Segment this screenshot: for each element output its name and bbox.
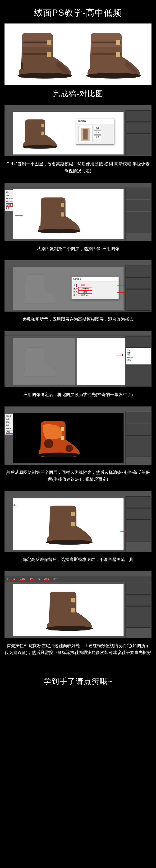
- svg-rect-11: [61, 203, 64, 207]
- svg-rect-8: [41, 132, 44, 135]
- svg-rect-23: [71, 608, 75, 613]
- step-6-caption: 确定高反差保留后，选择高斯模糊图层，用混合器画笔工具: [0, 552, 156, 571]
- step-5-caption: 然后从原图复制第三个图层，同样选为线性光，然后选择滤镜-其他-高反差保留(半径值…: [0, 465, 156, 491]
- opt-mix[interactable]: 10%: [43, 577, 50, 581]
- svg-rect-12: [61, 212, 64, 216]
- opt-size[interactable]: 40: [11, 577, 16, 581]
- svg-point-16: [44, 439, 53, 448]
- step-1-screenshot: 高斯模糊 确定 取消 预览: [4, 105, 152, 156]
- svg-point-0: [18, 73, 72, 79]
- svg-rect-2: [47, 52, 52, 57]
- svg-rect-7: [41, 124, 44, 127]
- svg-rect-1: [47, 40, 52, 45]
- svg-rect-4: [116, 40, 120, 45]
- svg-rect-15: [61, 436, 64, 440]
- brush-icon: ●: [7, 578, 8, 580]
- gaussian-blur-dialog: 高斯模糊 确定 取消 预览: [76, 119, 114, 145]
- opt-wet[interactable]: 12%: [19, 577, 26, 581]
- step-7-screenshot: ● 40 12% 0% 湿 10% 混合: [4, 571, 152, 638]
- svg-point-21: [46, 626, 93, 631]
- step-3-screenshot: 应用图像 源: 图层 图层: 高斯模糊 混合: 减去 缩放: 2 补偿: 128: [4, 260, 152, 312]
- step-5-screenshot: 滤镜库液化模糊 锐化像素化 其他: [4, 406, 152, 465]
- svg-rect-5: [116, 52, 120, 57]
- svg-rect-22: [71, 598, 75, 602]
- cancel-button[interactable]: 取消: [94, 130, 101, 134]
- preview-button[interactable]: 预览: [94, 135, 101, 139]
- comparison-image: [4, 24, 152, 85]
- step-4-screenshot: 正常溶解变暗线性光亮光: [4, 331, 152, 387]
- svg-rect-14: [61, 427, 64, 431]
- step-1-caption: Ctrl+J复制一个图层，改名高斯模糊，然后使用滤镜-模糊-高斯模糊 半径像素5…: [0, 156, 156, 183]
- svg-point-3: [86, 73, 141, 79]
- step-7-caption: 首先按住Alt键鼠标左键点选鞋面较好处，上述红框数值视情况而定(如图所示仅为建议…: [0, 638, 156, 664]
- svg-point-17: [65, 444, 73, 452]
- comparison-subtitle: 完成稿-对比图: [0, 85, 156, 105]
- step-4-caption: 应用图像确定后，将此图层改为线性光(神奇的一幕发生了): [0, 387, 156, 406]
- svg-rect-20: [71, 522, 75, 526]
- footer-text: 学到手了请点赞哦~: [0, 664, 156, 701]
- svg-point-13: [38, 453, 81, 457]
- boot-after: [79, 28, 146, 81]
- step-2-screenshot: 模式调整自动色调自动对比度 应用图像计算: [4, 183, 152, 241]
- tutorial-title: 绒面PS教学-高中低频: [0, 0, 156, 24]
- options-bar: ● 40 12% 0% 湿 10% 混合: [4, 576, 152, 582]
- step-3-caption: 参数如图所示，应用图层选为高斯模糊图层，混合改为减去: [0, 312, 156, 331]
- step-2-caption: 从原图复制第二个图层，选择图像-应用图像: [0, 241, 156, 260]
- svg-point-6: [22, 145, 57, 149]
- svg-rect-19: [71, 512, 75, 516]
- opt-load[interactable]: 0%: [29, 577, 35, 581]
- boot-before: [10, 28, 77, 81]
- ok-button[interactable]: 确定: [94, 126, 101, 130]
- svg-point-10: [38, 229, 81, 233]
- dialog-title: 高斯模糊: [76, 119, 114, 124]
- apply-image-dialog: 应用图像 源: 图层 图层: 高斯模糊 混合: 减去 缩放: 2 补偿: 128: [71, 276, 119, 300]
- svg-point-18: [46, 539, 93, 545]
- blur-preview: [78, 126, 92, 143]
- step-6-screenshot: [4, 491, 152, 552]
